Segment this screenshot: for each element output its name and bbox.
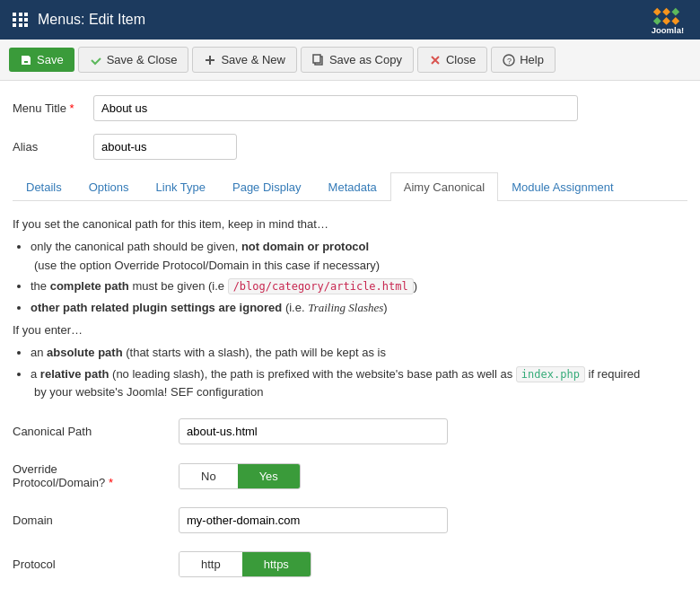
save-new-button[interactable]: Save & New [192, 47, 297, 73]
info-box: If you set the canonical path for this i… [13, 215, 687, 402]
protocol-https-button[interactable]: https [242, 552, 311, 576]
override-label: Override Protocol/Domain? * [13, 462, 179, 489]
copy-icon [312, 54, 325, 66]
svg-text:Joomla!: Joomla! [652, 25, 684, 33]
save-copy-button[interactable]: Save as Copy [301, 47, 414, 73]
tab-link-type[interactable]: Link Type [143, 172, 219, 201]
save-button[interactable]: Save [9, 48, 74, 72]
grid-icon[interactable] [13, 13, 29, 27]
page-title: Menus: Edit Item [38, 12, 145, 28]
save-close-button[interactable]: Save & Close [78, 47, 189, 73]
check-icon [90, 54, 102, 66]
menu-title-label: Menu Title * [13, 101, 93, 115]
info-list-1: only the canonical path should be given,… [13, 238, 687, 318]
domain-input[interactable] [179, 507, 448, 533]
canonical-path-label: Canonical Path [13, 425, 179, 438]
override-row: Override Protocol/Domain? * No Yes [13, 462, 687, 489]
svg-rect-2 [313, 55, 320, 63]
tab-module-assignment[interactable]: Module Assignment [498, 172, 626, 201]
domain-label: Domain [13, 514, 179, 527]
info-bullet-5: a relative path (no leading slash), the … [31, 365, 687, 403]
protocol-label: Protocol [13, 558, 179, 571]
canonical-path-row: Canonical Path [13, 418, 687, 444]
plus-icon [204, 54, 216, 66]
tab-bar: Details Options Link Type Page Display M… [13, 172, 687, 201]
toolbar: Save Save & Close Save & New Save as Cop… [0, 40, 700, 81]
joomla-logo: Joomla! [648, 6, 687, 33]
menu-title-group: Menu Title * [13, 95, 687, 121]
tab-page-display[interactable]: Page Display [219, 172, 315, 201]
info-bullet-2: the complete path must be given (i.e /bl… [31, 277, 687, 296]
menu-title-input[interactable] [93, 95, 578, 121]
override-toggle: No Yes [179, 463, 301, 489]
alias-group: Alias [13, 134, 687, 160]
info-bullet-1: only the canonical path should be given,… [31, 238, 687, 276]
save-icon [20, 54, 32, 66]
help-icon: ? [503, 54, 515, 66]
alias-input[interactable] [93, 134, 237, 160]
header-left: Menus: Edit Item [13, 12, 145, 28]
app-header: Menus: Edit Item Joomla! [0, 0, 700, 40]
protocol-toggle: http https [179, 551, 311, 577]
help-button[interactable]: ? Help [491, 47, 556, 73]
alias-label: Alias [13, 140, 93, 154]
tab-options[interactable]: Options [75, 172, 143, 201]
x-icon [429, 54, 442, 66]
override-yes-button[interactable]: Yes [238, 464, 300, 488]
main-content: Menu Title * Alias Details Options Link … [0, 81, 700, 606]
protocol-http-button[interactable]: http [179, 552, 242, 576]
tab-details[interactable]: Details [13, 172, 75, 201]
tab-metadata[interactable]: Metadata [315, 172, 390, 201]
override-no-button[interactable]: No [179, 464, 238, 488]
canonical-path-input[interactable] [179, 418, 448, 444]
domain-row: Domain [13, 507, 687, 533]
info-list-2: an absolute path (that starts with a sla… [13, 344, 687, 402]
info-bullet-4: an absolute path (that starts with a sla… [31, 344, 687, 363]
close-button[interactable]: Close [417, 47, 487, 73]
info-bullet-3: other path related plugin settings are i… [31, 299, 687, 318]
protocol-row: Protocol http https [13, 551, 687, 577]
info-line2: If you enter… [13, 321, 687, 340]
info-line1: If you set the canonical path for this i… [13, 215, 687, 234]
svg-text:?: ? [507, 57, 512, 66]
tab-aimy-canonical[interactable]: Aimy Canonical [390, 172, 498, 201]
